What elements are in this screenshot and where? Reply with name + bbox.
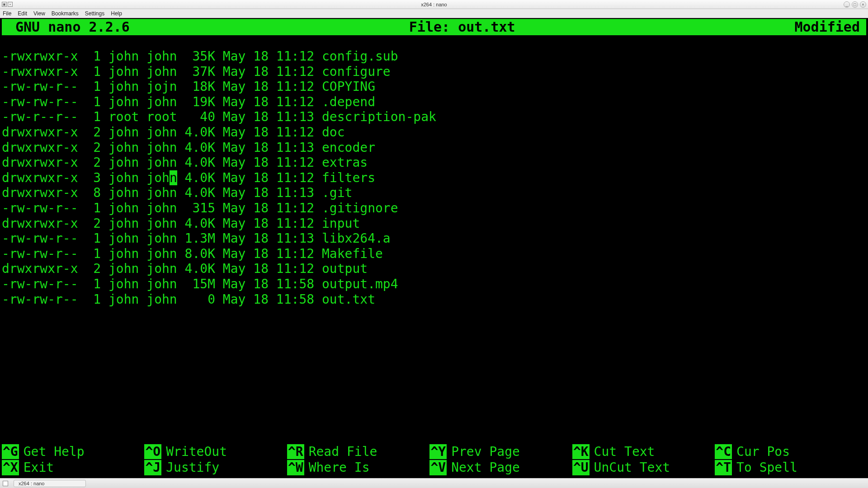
text-cursor: n: [170, 170, 177, 185]
minimize-button[interactable]: _: [844, 1, 850, 8]
file-line: -rw-rw-r-- 1 john john 8.0K May 18 11:12…: [2, 246, 866, 262]
nano-shortcut-bar: ^GGet Help ^XExit ^OWriteOut ^JJustify ^…: [2, 444, 866, 475]
shortcut-label: Where Is: [309, 460, 370, 475]
shortcut-label: Exit: [24, 460, 54, 475]
window-title: x264 : nano: [0, 2, 868, 7]
shortcut-key[interactable]: ^O: [144, 444, 161, 460]
shortcut-key[interactable]: ^V: [429, 460, 447, 475]
tray-icon[interactable]: [3, 481, 8, 486]
app-icon-secondary: ▪: [8, 2, 13, 7]
nano-file-label: File: out.txt: [130, 19, 795, 35]
file-line: -rw-rw-r-- 1 john john 0 May 18 11:58 ou…: [2, 292, 866, 307]
file-line: drwxrwxr-x 2 john john 4.0K May 18 11:12…: [2, 155, 866, 170]
file-line: drwxrwxr-x 3 john john 4.0K May 18 11:12…: [2, 170, 866, 186]
file-line: -rw-rw-r-- 1 john john 15M May 18 11:58 …: [2, 277, 866, 292]
shortcut-label: Get Help: [24, 444, 85, 460]
taskbar-item-nano[interactable]: x264 : nano: [14, 480, 86, 487]
terminal[interactable]: GNU nano 2.2.6 File: out.txt Modified -r…: [0, 18, 868, 478]
shortcut-label: Justify: [166, 460, 219, 475]
window-icon-group: ▣ ▪: [0, 2, 13, 7]
shortcut-label: To Spell: [736, 460, 797, 475]
file-line: -rwxrwxr-x 1 john john 35K May 18 11:12 …: [2, 49, 866, 64]
shortcut-key[interactable]: ^W: [287, 460, 304, 475]
file-line: -rw-r--r-- 1 root root 40 May 18 11:13 d…: [2, 109, 866, 125]
file-line: -rw-rw-r-- 1 john john 19K May 18 11:12 …: [2, 94, 866, 110]
app-icon: ▣: [2, 2, 7, 7]
file-line: drwxrwxr-x 8 john john 4.0K May 18 11:13…: [2, 185, 866, 201]
shortcut-key[interactable]: ^U: [572, 460, 590, 475]
menu-bookmarks[interactable]: Bookmarks: [52, 10, 79, 17]
file-line: -rwxrwxr-x 1 john john 37K May 18 11:12 …: [2, 64, 866, 80]
desktop-taskbar: x264 : nano: [0, 478, 868, 488]
shortcut-key[interactable]: ^X: [2, 460, 19, 475]
menu-view[interactable]: View: [33, 10, 45, 17]
menu-file[interactable]: File: [3, 10, 11, 17]
shortcut-label: Prev Page: [451, 444, 520, 460]
shortcut-label: Read File: [309, 444, 377, 460]
nano-modified-flag: Modified: [795, 19, 865, 35]
file-line: drwxrwxr-x 2 john john 4.0K May 18 11:12…: [2, 261, 866, 277]
shortcut-label: Cur Pos: [736, 444, 790, 460]
file-line: -rw-rw-r-- 1 john john 1.3M May 18 11:13…: [2, 231, 866, 246]
file-line: drwxrwxr-x 2 john john 4.0K May 18 11:13…: [2, 140, 866, 155]
file-line: drwxrwxr-x 2 john john 4.0K May 18 11:12…: [2, 216, 866, 231]
menu-settings[interactable]: Settings: [85, 10, 104, 17]
nano-titlebar: GNU nano 2.2.6 File: out.txt Modified: [2, 19, 866, 35]
shortcut-key[interactable]: ^K: [572, 444, 590, 460]
file-line: -rw-rw-r-- 1 john john 315 May 18 11:12 …: [2, 201, 866, 216]
close-button[interactable]: ×: [860, 1, 866, 8]
window-titlebar: ▣ ▪ x264 : nano _ □ ×: [0, 0, 868, 9]
shortcut-label: Next Page: [451, 460, 520, 475]
shortcut-label: Cut Text: [594, 444, 655, 460]
nano-app-title: GNU nano 2.2.6: [4, 19, 130, 35]
shortcut-key[interactable]: ^J: [144, 460, 161, 475]
menubar: File Edit View Bookmarks Settings Help: [0, 9, 868, 18]
shortcut-key[interactable]: ^G: [2, 444, 19, 460]
shortcut-label: WriteOut: [166, 444, 227, 460]
shortcut-key[interactable]: ^R: [287, 444, 304, 460]
maximize-button[interactable]: □: [852, 1, 858, 8]
shortcut-key[interactable]: ^Y: [429, 444, 447, 460]
file-line: -rw-rw-r-- 1 john jojn 18K May 18 11:12 …: [2, 79, 866, 94]
menu-help[interactable]: Help: [111, 10, 122, 17]
menu-edit[interactable]: Edit: [18, 10, 27, 17]
shortcut-label: UnCut Text: [594, 460, 670, 475]
shortcut-key[interactable]: ^C: [715, 444, 732, 460]
file-line: drwxrwxr-x 2 john john 4.0K May 18 11:12…: [2, 125, 866, 140]
file-content[interactable]: -rwxrwxr-x 1 john john 35K May 18 11:12 …: [2, 49, 866, 307]
shortcut-key[interactable]: ^T: [715, 460, 732, 475]
